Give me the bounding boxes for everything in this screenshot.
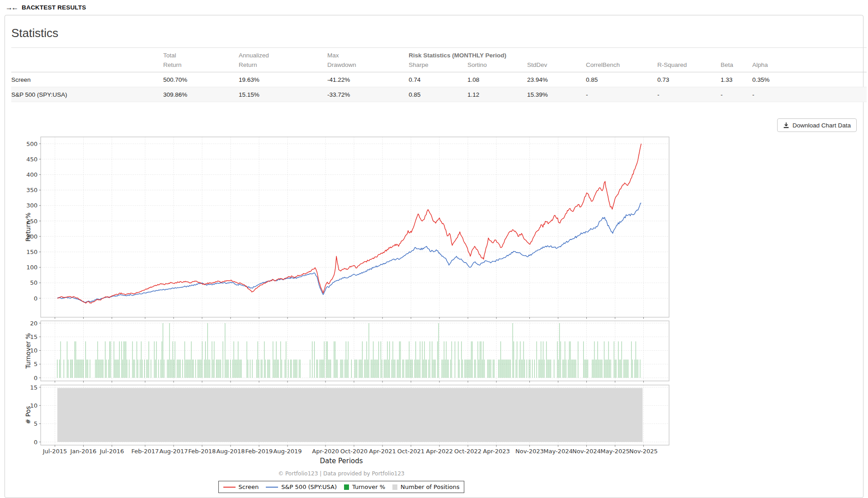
stat-cell: -	[586, 87, 657, 102]
stat-cell: 15.39%	[527, 87, 586, 102]
x-tick-label: Aug-2019	[273, 448, 302, 455]
stat-cell: 309.86%	[163, 87, 239, 102]
y-tick-label: 0	[34, 295, 38, 302]
legend-label: Turnover %	[352, 484, 385, 490]
x-tick-label: Aug-2018	[216, 448, 245, 455]
collapse-arrows-icon[interactable]: →←	[5, 4, 19, 12]
stat-cell: 0.85	[586, 72, 657, 87]
y-tick-label: 300	[26, 202, 38, 209]
stat-cell: -33.72%	[327, 87, 409, 102]
x-tick-label: May-2024	[543, 448, 572, 455]
y-tick-label: 0	[34, 375, 38, 381]
col-drawdown: Drawdown	[327, 61, 409, 72]
col-annualized-return: Return	[239, 61, 327, 72]
legend-item: Turnover %	[344, 484, 385, 490]
positions-panel: 051015# Pos	[25, 384, 669, 447]
legend-square-marker	[344, 484, 349, 490]
legend-label: Screen	[239, 484, 259, 490]
y-tick-label: 150	[26, 249, 38, 255]
stat-cell: -41.22%	[327, 72, 409, 87]
stat-cell: 0.85	[409, 87, 467, 102]
x-axis: Jul-2015Jan-2016Jul-2016Feb-2017Aug-2017…	[42, 448, 658, 465]
col-correlbench: CorrelBench	[586, 61, 657, 72]
stats-row-name: Screen	[11, 72, 163, 87]
stat-cell: -	[752, 87, 867, 102]
y-tick-label: 20	[30, 320, 38, 327]
x-tick-label: Nov-2025	[629, 448, 658, 455]
stats-header-row-2: Return Return Drawdown Sharpe Sortino St…	[11, 61, 867, 72]
col-total-return: Return	[163, 61, 239, 72]
stat-cell: 1.12	[467, 87, 527, 102]
x-tick-label: Apr-2023	[483, 448, 509, 455]
x-tick-label: Oct-2022	[454, 448, 481, 455]
y-axis-title: Return %	[25, 212, 32, 241]
legend-item: Screen	[223, 484, 259, 490]
turnover-panel: 05101520Turnover %	[25, 320, 669, 383]
col-max: Max	[327, 48, 409, 61]
x-tick-label: Oct-2021	[397, 448, 425, 455]
results-card: Statistics Total Annualized Max Risk Sta…	[5, 15, 863, 498]
x-tick-label: Apr-2022	[426, 448, 453, 455]
y-tick-label: 50	[30, 279, 38, 286]
y-tick-label: 350	[26, 187, 38, 193]
legend-label: Number of Positions	[401, 484, 459, 490]
x-tick-label: Apr-2020	[312, 448, 339, 455]
y-axis-title: Turnover %	[25, 333, 32, 369]
col-alpha: Alpha	[752, 61, 867, 72]
col-risk-statistics: Risk Statistics (MONTHLY Period)	[409, 48, 867, 61]
col-annualized: Annualized	[239, 48, 327, 61]
stats-row-name: S&P 500 (SPY:USA)	[11, 87, 163, 102]
download-icon	[783, 122, 789, 128]
stat-cell: 1.08	[467, 72, 527, 87]
stats-row-screen: Screen500.70%19.63%-41.22%0.741.0823.94%…	[11, 72, 867, 87]
stat-cell: 0.35%	[752, 72, 867, 87]
x-tick-label: Nov-2023	[515, 448, 544, 455]
stats-header-row-1: Total Annualized Max Risk Statistics (MO…	[11, 48, 867, 61]
chart-attribution: © Portfolio123 | Data provided by Portfo…	[11, 470, 671, 477]
stat-cell: 15.15%	[239, 87, 327, 102]
y-axis-title: # Pos	[25, 406, 32, 424]
stat-cell: 1.33	[721, 72, 752, 87]
x-tick-label: Feb-2017	[132, 448, 159, 455]
panel-border	[41, 137, 669, 317]
stats-row-benchmark: S&P 500 (SPY:USA)309.86%15.15%-33.72%0.8…	[11, 87, 867, 102]
chart-legend-row: ScreenS&P 500 (SPY:USA)Turnover %Number …	[11, 481, 671, 493]
col-sortino: Sortino	[467, 61, 527, 72]
col-stddev: StdDev	[527, 61, 586, 72]
stat-cell: 0.74	[409, 72, 467, 87]
legend-item: Number of Positions	[392, 484, 459, 490]
legend-label: S&P 500 (SPY:USA)	[281, 484, 337, 490]
chart-area: 050100150200250300350400450500Return %05…	[25, 133, 685, 493]
x-tick-label: Nov-2024	[572, 448, 601, 455]
download-chart-data-button[interactable]: Download Chart Data	[777, 118, 857, 132]
x-tick-label: Jul-2016	[99, 448, 124, 455]
col-sharpe: Sharpe	[409, 61, 467, 72]
x-tick-label: Aug-2017	[159, 448, 188, 455]
y-tick-label: 5	[34, 420, 38, 427]
statistics-table: Total Annualized Max Risk Statistics (MO…	[11, 47, 867, 102]
stat-cell: -	[657, 87, 721, 102]
y-tick-label: 450	[26, 156, 38, 163]
positions-area	[57, 388, 643, 442]
legend-line-marker	[223, 487, 236, 488]
legend-line-marker	[266, 487, 278, 488]
legend-square-marker	[392, 484, 397, 490]
y-tick-label: 400	[26, 171, 38, 178]
col-total: Total	[163, 48, 239, 61]
page-header: →← BACKTEST RESULTS	[0, 0, 868, 15]
return-panel: 050100150200250300350400450500Return %	[25, 137, 669, 319]
x-tick-label: Feb-2018	[189, 448, 216, 455]
x-tick-label: May-2025	[600, 448, 629, 455]
stat-cell: -	[721, 87, 752, 102]
page-title: BACKTEST RESULTS	[22, 4, 86, 11]
screen-line	[57, 144, 642, 303]
y-tick-label: 15	[30, 384, 38, 391]
stats-name-col-header	[11, 48, 163, 61]
stat-cell: 0.73	[657, 72, 721, 87]
x-tick-label: Jul-2015	[42, 448, 67, 455]
stat-cell: 19.63%	[239, 72, 327, 87]
stat-cell: 500.70%	[163, 72, 239, 87]
x-tick-label: Jan-2016	[70, 448, 97, 455]
col-beta: Beta	[721, 61, 752, 72]
x-tick-label: Apr-2021	[369, 448, 396, 455]
